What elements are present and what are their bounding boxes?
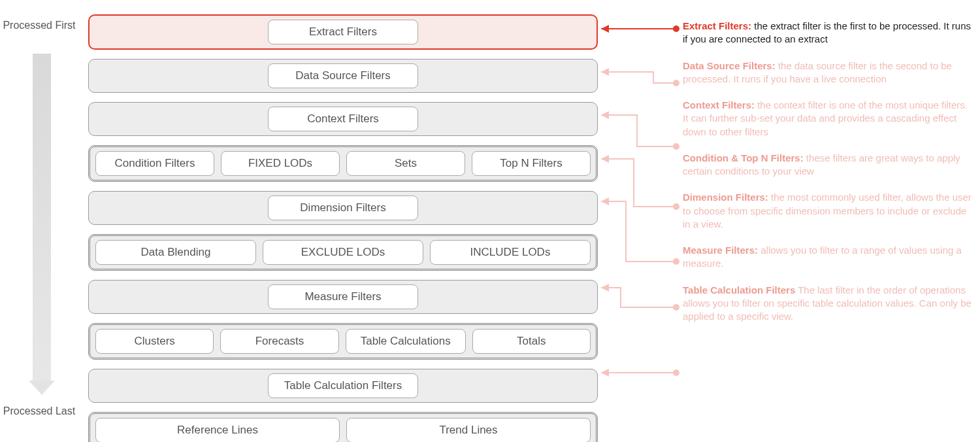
pill-data-blending: Data Blending: [95, 240, 256, 265]
pill-table-calc-filters: Table Calculation Filters: [268, 373, 418, 398]
note-title: Data Source Filters:: [683, 60, 776, 71]
row-data-source-filters: Data Source Filters: [88, 59, 598, 93]
pill-forecasts: Forecasts: [220, 329, 338, 354]
pill-fixed-lods: FIXED LODs: [221, 151, 340, 176]
pill-trend-lines: Trend Lines: [346, 418, 591, 442]
row-dimension-filters: Dimension Filters: [88, 191, 598, 225]
note-title: Context Filters:: [683, 99, 755, 110]
pill-condition-filters: Condition Filters: [95, 151, 214, 176]
pill-sets: Sets: [346, 151, 465, 176]
note-extract: Extract Filters: the extract filter is t…: [683, 20, 973, 46]
note-title: Extract Filters:: [683, 20, 751, 31]
note-title: Dimension Filters:: [683, 192, 768, 203]
pill-totals: Totals: [472, 329, 591, 354]
note-tablecalc: Table Calculation Filters The last filte…: [683, 284, 973, 324]
note-title: Table Calculation Filters: [683, 284, 795, 296]
pill-dimension-filters: Dimension Filters: [268, 196, 418, 220]
pill-data-source-filters: Data Source Filters: [268, 63, 418, 88]
row-context-filters: Context Filters: [88, 102, 598, 136]
row-table-calc-filters: Table Calculation Filters: [88, 369, 598, 403]
note-title: Condition & Top N Filters:: [683, 152, 804, 163]
pill-reference-lines: Reference Lines: [95, 418, 340, 442]
pill-include-lods: INCLUDE LODs: [430, 240, 591, 265]
notes-column: Extract Filters: the extract filter is t…: [683, 20, 973, 323]
row-measure-filters: Measure Filters: [88, 280, 598, 314]
pill-exclude-lods: EXCLUDE LODs: [263, 240, 423, 265]
row-reflines-group: Reference Lines Trend Lines: [88, 412, 598, 442]
note-condition-topn: Condition & Top N Filters: these filters…: [683, 152, 973, 178]
pill-extract-filters: Extract Filters: [268, 20, 418, 44]
pill-top-n-filters: Top N Filters: [472, 151, 591, 176]
row-condition-group: Condition Filters FIXED LODs Sets Top N …: [88, 145, 598, 182]
row-extract-filters: Extract Filters: [88, 14, 598, 50]
pill-table-calculations: Table Calculations: [346, 329, 466, 354]
note-datasource: Data Source Filters: the data source fil…: [683, 60, 973, 86]
note-title: Measure Filters:: [683, 245, 758, 256]
operation-order-stack: Extract Filters Data Source Filters Cont…: [88, 14, 598, 442]
pill-context-filters: Context Filters: [268, 107, 418, 131]
row-clusters-group: Clusters Forecasts Table Calculations To…: [88, 323, 598, 360]
axis-label-top: Processed First: [0, 20, 78, 31]
note-measure: Measure Filters: allows you to filter to…: [683, 244, 973, 271]
pill-measure-filters: Measure Filters: [268, 284, 418, 309]
note-context: Context Filters: the context filter is o…: [683, 99, 973, 139]
row-blending-group: Data Blending EXCLUDE LODs INCLUDE LODs: [88, 234, 598, 271]
pill-clusters: Clusters: [95, 329, 214, 354]
axis-label-bottom: Processed Last: [0, 405, 78, 417]
note-dimension: Dimension Filters: the most commonly use…: [683, 191, 973, 231]
process-direction-arrow: [33, 54, 51, 394]
